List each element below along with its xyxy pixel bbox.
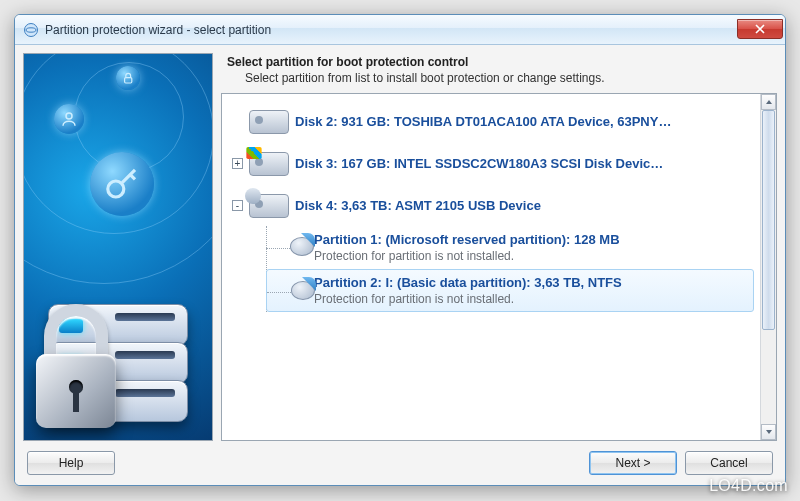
svg-point-4 — [108, 181, 124, 197]
expand-icon[interactable]: + — [232, 158, 243, 169]
padlock-illustration — [28, 298, 124, 428]
app-icon — [23, 22, 39, 38]
scroll-down-button[interactable] — [761, 424, 776, 440]
collapse-icon[interactable]: - — [232, 200, 243, 211]
wizard-footer: Help Next > Cancel — [23, 441, 777, 477]
hard-drive-icon — [249, 150, 289, 176]
key-icon — [90, 152, 154, 216]
drive-stack-illustration — [30, 250, 180, 430]
disk-row[interactable]: -Disk 4: 3,63 TB: ASMT 2105 USB Device — [230, 184, 754, 226]
lock-icon — [116, 66, 140, 90]
window-title: Partition protection wizard - select par… — [45, 23, 737, 37]
partition-status: Protection for partition is not installe… — [314, 249, 750, 263]
partition-icon — [290, 234, 314, 256]
client-area: Select partition for boot protection con… — [15, 45, 785, 485]
partition-status: Protection for partition is not installe… — [314, 292, 750, 306]
scroll-thumb[interactable] — [762, 110, 775, 330]
page-subtitle: Select partition from list to install bo… — [227, 71, 771, 85]
wizard-sidebar-image — [23, 53, 213, 441]
hard-drive-icon — [249, 192, 289, 218]
partition-children: Partition 1: (Microsoft reserved partiti… — [266, 226, 754, 312]
scroll-up-button[interactable] — [761, 94, 776, 110]
partition-title: Partition 2: I: (Basic data partition): … — [314, 275, 750, 290]
close-button[interactable] — [737, 19, 783, 39]
disk-row[interactable]: +Disk 3: 167 GB: INTEL SSDSC2CW180A3 SCS… — [230, 142, 754, 184]
partition-title: Partition 1: (Microsoft reserved partiti… — [314, 232, 750, 247]
disk-row[interactable]: Disk 2: 931 GB: TOSHIBA DT01ACA100 ATA D… — [230, 100, 754, 142]
partition-row[interactable]: Partition 2: I: (Basic data partition): … — [266, 269, 754, 312]
disk-label: Disk 4: 3,63 TB: ASMT 2105 USB Device — [295, 198, 541, 213]
partition-icon — [291, 278, 315, 300]
hard-drive-icon — [249, 108, 289, 134]
partition-list-panel: Disk 2: 931 GB: TOSHIBA DT01ACA100 ATA D… — [221, 93, 777, 441]
vertical-scrollbar[interactable] — [760, 94, 776, 440]
partition-row[interactable]: Partition 1: (Microsoft reserved partiti… — [266, 226, 754, 269]
close-icon — [755, 24, 765, 34]
user-icon — [54, 104, 84, 134]
svg-point-3 — [66, 113, 72, 119]
expander-spacer — [232, 116, 243, 127]
disk-label: Disk 3: 167 GB: INTEL SSDSC2CW180A3 SCSI… — [295, 156, 663, 171]
wizard-window: Partition protection wizard - select par… — [14, 14, 786, 486]
disk-label: Disk 2: 931 GB: TOSHIBA DT01ACA100 ATA D… — [295, 114, 671, 129]
next-button[interactable]: Next > — [589, 451, 677, 475]
wizard-header: Select partition for boot protection con… — [221, 53, 777, 93]
svg-rect-2 — [124, 77, 131, 82]
titlebar: Partition protection wizard - select par… — [15, 15, 785, 45]
watermark: LO4D.com — [709, 477, 788, 495]
page-title: Select partition for boot protection con… — [227, 55, 771, 69]
cancel-button[interactable]: Cancel — [685, 451, 773, 475]
help-button[interactable]: Help — [27, 451, 115, 475]
partition-tree[interactable]: Disk 2: 931 GB: TOSHIBA DT01ACA100 ATA D… — [222, 94, 760, 440]
